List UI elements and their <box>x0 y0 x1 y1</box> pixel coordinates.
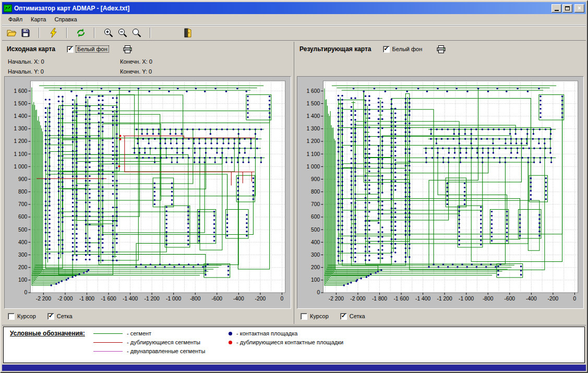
printer-icon <box>437 45 446 53</box>
source-grid-checkbox[interactable]: Сетка <box>47 313 73 320</box>
svg-text:400: 400 <box>18 239 28 245</box>
svg-text:1 300: 1 300 <box>306 126 320 131</box>
source-white-bg-label: Белый фон <box>76 46 109 52</box>
optimize-button[interactable] <box>46 27 59 39</box>
menu-file[interactable]: Файл <box>4 15 27 24</box>
result-white-bg-checkbox[interactable]: Белый фон <box>383 46 423 53</box>
bidir-segments-line-swatch <box>93 351 123 352</box>
svg-text:300: 300 <box>311 252 320 258</box>
svg-text:-1 800: -1 800 <box>372 296 388 302</box>
svg-text:500: 500 <box>311 227 320 233</box>
svg-text:-1 200: -1 200 <box>437 296 453 302</box>
bidir-segments-label: - двунаправленные сегменты <box>127 348 205 354</box>
svg-text:0: 0 <box>573 296 577 302</box>
source-grid-checkbox-box[interactable] <box>47 313 54 320</box>
svg-text:-800: -800 <box>483 296 494 302</box>
svg-text:200: 200 <box>311 264 320 270</box>
source-start-y-label: Начальн. Y: 0 <box>8 67 120 76</box>
svg-text:1 400: 1 400 <box>306 113 320 119</box>
result-panel-header: Результирующая карта Белый фон <box>295 42 585 54</box>
svg-text:-1 600: -1 600 <box>101 296 116 302</box>
magnifier-icon <box>131 28 142 38</box>
legend-dot-items: - контактная площадка - дублирующиеся ко… <box>216 330 343 360</box>
result-white-bg-checkbox-box[interactable] <box>383 46 390 53</box>
toolbar-separator <box>94 28 95 38</box>
svg-text:-1 600: -1 600 <box>393 296 409 302</box>
svg-text:1 000: 1 000 <box>14 164 27 170</box>
zoom-out-button[interactable] <box>116 27 129 39</box>
svg-text:600: 600 <box>311 214 320 220</box>
menu-map[interactable]: Карта <box>27 15 50 24</box>
legend-title: Условные обозначения: <box>10 330 93 360</box>
svg-text:800: 800 <box>311 189 320 195</box>
source-panel-header: Исходная карта Белый фон <box>3 42 293 54</box>
refresh-button[interactable] <box>74 27 87 39</box>
svg-text:-2 000: -2 000 <box>350 296 366 302</box>
result-cursor-checkbox-box[interactable] <box>301 313 307 320</box>
zoom-out-icon <box>117 28 128 38</box>
bottom-strip <box>2 365 586 371</box>
zoom-in-icon <box>103 28 114 38</box>
close-button[interactable]: × <box>574 4 584 13</box>
main-area: Исходная карта Белый фон Начальн. X: <box>2 40 586 326</box>
source-white-bg-checkbox-box[interactable] <box>67 46 74 53</box>
open-folder-icon <box>6 28 17 38</box>
source-cursor-label: Курсор <box>17 313 36 319</box>
result-grid-checkbox-box[interactable] <box>340 313 347 320</box>
legend-dup-segments-row: - дублирующиеся сегменты <box>93 339 216 345</box>
exit-button[interactable] <box>181 27 194 39</box>
source-white-bg-checkbox[interactable]: Белый фон <box>67 46 109 53</box>
result-white-bg-label: Белый фон <box>392 46 423 52</box>
svg-text:400: 400 <box>311 239 320 245</box>
result-map-chart[interactable]: 1 6001 5001 4001 3001 2001 1001 00090080… <box>297 77 583 308</box>
result-cursor-checkbox[interactable]: Курсор <box>301 313 329 320</box>
source-start-x-label: Начальн. X: 0 <box>8 57 120 66</box>
svg-text:-1 800: -1 800 <box>79 296 95 302</box>
source-cursor-checkbox-box[interactable] <box>8 313 15 320</box>
svg-text:700: 700 <box>18 201 28 207</box>
app-window: Оптимизатор карт ADMAP - [Adex.txt] × Фа… <box>0 0 588 373</box>
legend-bidir-segments-row: - двунаправленные сегменты <box>93 348 216 354</box>
svg-text:1 200: 1 200 <box>306 139 320 145</box>
app-icon <box>4 4 12 13</box>
maximize-button[interactable] <box>562 4 572 13</box>
window-title: Оптимизатор карт ADMAP - [Adex.txt] <box>14 5 550 12</box>
save-icon <box>20 28 31 38</box>
svg-text:-2 200: -2 200 <box>36 296 52 302</box>
svg-text:700: 700 <box>311 201 320 207</box>
svg-text:1 600: 1 600 <box>14 88 27 94</box>
source-cursor-checkbox[interactable]: Курсор <box>8 313 36 320</box>
toolbar-separator <box>66 28 67 38</box>
svg-text:1 300: 1 300 <box>14 126 27 131</box>
result-grid-checkbox[interactable]: Сетка <box>340 313 365 320</box>
svg-text:1 600: 1 600 <box>306 88 320 94</box>
svg-text:-2 000: -2 000 <box>57 296 73 302</box>
legend-segment-row: - сегмент <box>93 330 216 336</box>
minimize-button[interactable] <box>551 4 561 13</box>
save-button[interactable] <box>19 27 32 39</box>
legend-panel: Условные обозначения: - сегмент - дублир… <box>3 327 585 363</box>
zoom-button[interactable] <box>130 27 143 39</box>
result-panel-footer: Курсор Сетка <box>295 309 585 321</box>
source-end-y-label: Конечн. Y: 0 <box>120 67 152 76</box>
segment-line-swatch <box>93 333 123 334</box>
dup-pads-label: - дублирующиеся контактные площадки <box>236 339 343 345</box>
result-print-button[interactable] <box>437 45 446 53</box>
svg-text:-800: -800 <box>190 296 201 302</box>
svg-text:-1 400: -1 400 <box>415 296 431 302</box>
pad-dot-swatch <box>229 332 232 335</box>
svg-text:-400: -400 <box>526 296 537 302</box>
source-print-button[interactable] <box>123 45 132 53</box>
open-button[interactable] <box>5 27 18 39</box>
zoom-in-button[interactable] <box>102 27 115 39</box>
source-map-chart[interactable]: 1 6001 5001 4001 3001 2001 1001 00090080… <box>5 77 291 308</box>
pad-label: - контактная площадка <box>236 330 297 336</box>
maximize-icon <box>565 6 570 10</box>
legend-line-items: - сегмент - дублирующиеся сегменты - дву… <box>93 330 216 360</box>
menu-bar: Файл Карта Справка <box>2 14 586 25</box>
refresh-icon <box>76 28 86 38</box>
svg-text:-1 000: -1 000 <box>459 296 474 302</box>
menu-help[interactable]: Справка <box>50 15 81 24</box>
title-bar[interactable]: Оптимизатор карт ADMAP - [Adex.txt] × <box>2 2 586 14</box>
svg-text:800: 800 <box>18 189 28 195</box>
